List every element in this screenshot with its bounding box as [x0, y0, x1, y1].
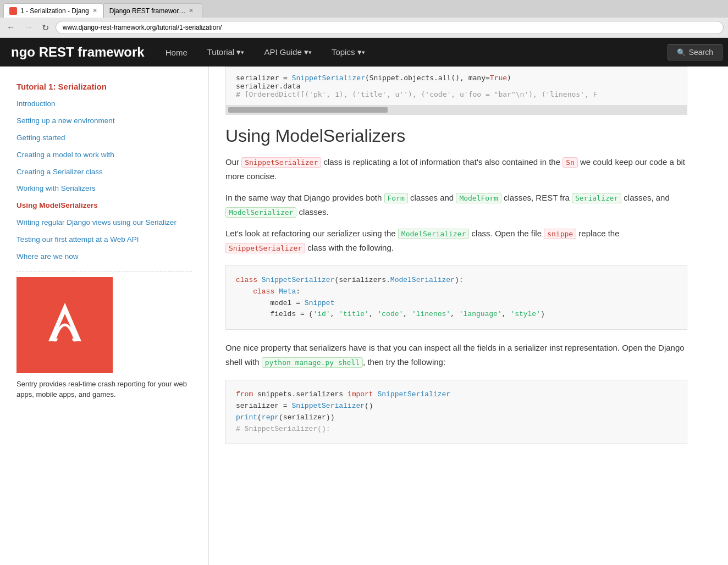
paragraph-4: One nice property that serializers have …	[225, 341, 687, 369]
code-top-line2: serializer.data	[236, 82, 677, 90]
browser-chrome: 1 - Serialization - Djang ✕ Django REST …	[0, 0, 728, 38]
section-heading: Using ModelSerializers	[225, 126, 687, 146]
sidebar-item-testing[interactable]: Testing our first attempt at a Web API	[8, 231, 200, 248]
inline-code-modelserializer: ModelSerializer	[225, 207, 296, 218]
main-content: serializer = SnippetSerializer(Snippet.o…	[209, 67, 728, 565]
search-button[interactable]: 🔍 Search	[668, 44, 723, 60]
sidebar-item-where-now[interactable]: Where are we now	[8, 248, 200, 265]
code-line-3: model = Snippet	[236, 298, 677, 309]
inline-code-snippetserializer: SnippetSerializer	[241, 157, 321, 168]
brand-name: ngo REST framework	[0, 45, 156, 60]
tab-1[interactable]: 1 - Serialization - Djang ✕	[3, 3, 103, 18]
sentry-ad-text: Sentry provides real-time crash reportin…	[16, 379, 192, 400]
sentry-svg-logo	[37, 297, 92, 352]
tab-title-1: 1 - Serialization - Djang	[20, 7, 89, 15]
content-inner: serializer = SnippetSerializer(Snippet.o…	[209, 67, 704, 472]
forward-button[interactable]: →	[22, 21, 35, 34]
nav-tutorial[interactable]: Tutorial ▾	[197, 38, 255, 67]
sidebar-item-getting-started[interactable]: Getting started	[8, 130, 200, 147]
inline-code-form: Form	[384, 193, 408, 203]
tab-2[interactable]: Django REST framewor… ✕	[103, 3, 202, 18]
paragraph-2: In the same way that Django provides bot…	[225, 191, 687, 219]
search-icon: 🔍	[677, 48, 686, 57]
nav-topics[interactable]: Topics ▾	[322, 38, 375, 67]
tab-favicon-1	[9, 7, 17, 15]
tab-close-1[interactable]: ✕	[92, 7, 97, 14]
code-block-1: class SnippetSerializer(serializers.Mode…	[225, 265, 687, 330]
page-layout: Tutorial 1: Serialization Introduction S…	[0, 67, 728, 565]
back-button[interactable]: ←	[4, 21, 18, 34]
code-block-2: from snippets.serializers import Snippet…	[225, 380, 687, 444]
code-line-b2-4: # SnippetSerializer():	[236, 424, 677, 435]
nav-links: Home Tutorial ▾ API Guide ▾ Topics ▾	[156, 38, 375, 67]
code-line-b2-2: serializer = SnippetSerializer()	[236, 401, 677, 412]
scrollbar-hint	[225, 105, 687, 115]
sidebar: Tutorial 1: Serialization Introduction S…	[0, 67, 209, 565]
reload-button[interactable]: ↻	[40, 21, 51, 34]
url-input[interactable]	[56, 21, 724, 34]
sidebar-item-creating-serializer[interactable]: Creating a Serializer class	[8, 164, 200, 181]
sidebar-item-using-model-serializers[interactable]: Using ModelSerializers	[8, 197, 200, 214]
search-label: Search	[689, 48, 713, 57]
inline-code-modelform: ModelForm	[456, 193, 501, 203]
sidebar-item-setting-up[interactable]: Setting up a new environment	[8, 113, 200, 130]
sentry-logo	[16, 277, 113, 373]
inline-code-snippe: snippe	[544, 229, 576, 239]
sentry-ad: Sentry provides real-time crash reportin…	[16, 277, 192, 400]
nav-api-guide[interactable]: API Guide ▾	[254, 38, 322, 67]
inline-code-shell: python manage.py shell	[262, 357, 363, 368]
sidebar-item-creating-model[interactable]: Creating a model to work with	[8, 147, 200, 164]
paragraph-1: Our SnippetSerializer class is replicati…	[225, 155, 687, 183]
code-top-line3: # [OrderedDict([('pk', 1), ('title', u''…	[236, 90, 677, 98]
code-line-4: fields = ('id', 'title', 'code', 'lineno…	[236, 309, 677, 320]
code-top-block: serializer = SnippetSerializer(Snippet.o…	[225, 67, 687, 105]
inline-code-serializer: Serializer	[572, 193, 621, 203]
sidebar-item-introduction[interactable]: Introduction	[8, 96, 200, 113]
sidebar-item-writing-views[interactable]: Writing regular Django views using our S…	[8, 214, 200, 231]
code-line-1: class SnippetSerializer(serializers.Mode…	[236, 275, 677, 286]
scrollbar-track	[228, 107, 388, 113]
tab-bar: 1 - Serialization - Djang ✕ Django REST …	[0, 0, 728, 18]
inline-code-sn: Sn	[562, 157, 578, 168]
sidebar-scroll: Tutorial 1: Serialization Introduction S…	[0, 72, 208, 411]
inline-code-snippetserializer2: SnippetSerializer	[225, 243, 305, 253]
tab-title-2: Django REST framewor…	[109, 7, 186, 15]
paragraph-3: Let's look at refactoring our serializer…	[225, 226, 687, 254]
address-bar: ← → ↻	[0, 18, 728, 37]
tab-close-2[interactable]: ✕	[189, 7, 194, 14]
top-nav: ngo REST framework Home Tutorial ▾ API G…	[0, 38, 728, 67]
sidebar-title[interactable]: Tutorial 1: Serialization	[8, 77, 200, 96]
sidebar-item-working-serializers[interactable]: Working with Serializers	[8, 180, 200, 197]
code-line-b2-1: from snippets.serializers import Snippet…	[236, 389, 677, 401]
sidebar-divider	[16, 271, 192, 272]
code-line-b2-3: print(repr(serializer))	[236, 412, 677, 424]
code-line-2: class Meta:	[236, 286, 677, 298]
code-top-line1: serializer = SnippetSerializer(Snippet.o…	[236, 74, 677, 82]
inline-code-modelserializer2: ModelSerializer	[398, 229, 469, 239]
nav-home[interactable]: Home	[156, 38, 197, 67]
